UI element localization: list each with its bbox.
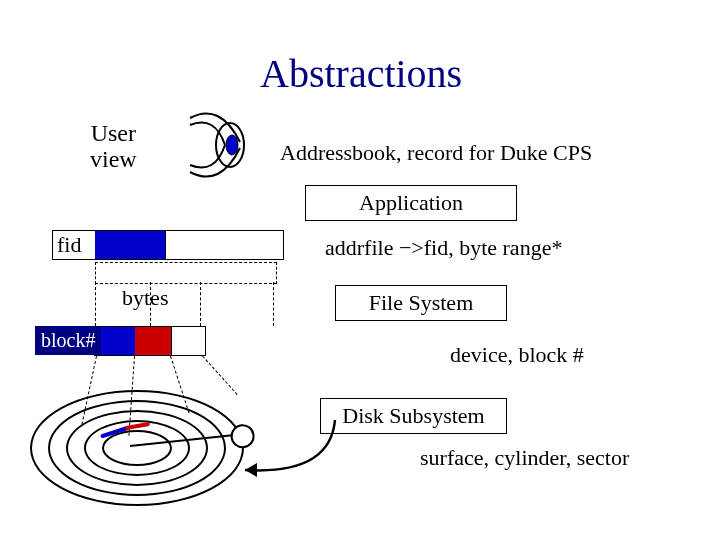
disk-platter-icon [30, 390, 240, 505]
svg-point-1 [226, 135, 238, 155]
fid-mapping-caption: addrfile −>fid, byte range* [325, 235, 562, 261]
disk-subsystem-box: Disk Subsystem [320, 398, 507, 434]
fid-bar [52, 230, 284, 260]
arrow-disk-to-platter [235, 405, 345, 485]
block-label: block# [35, 326, 101, 355]
eye-icon [185, 110, 265, 180]
dashed-line [273, 282, 274, 326]
user-view-label: User view [90, 120, 137, 173]
application-box: Application [305, 185, 517, 221]
fid-label: fid [57, 232, 81, 258]
dashed-line [150, 282, 151, 326]
file-system-box: File System [335, 285, 507, 321]
bytes-label: bytes [122, 285, 168, 311]
block-bar [94, 326, 206, 356]
slide-title: Abstractions [260, 50, 462, 97]
fid-segment-selected [95, 231, 166, 259]
record-caption: Addressbook, record for Duke CPS [280, 140, 592, 166]
svg-marker-2 [245, 463, 257, 477]
block-segment-red [135, 327, 172, 355]
dashed-line [95, 282, 96, 326]
device-caption: device, block # [450, 342, 584, 368]
bytes-bar [95, 262, 277, 284]
surface-caption: surface, cylinder, sector [420, 445, 629, 471]
dashed-line [200, 282, 201, 326]
